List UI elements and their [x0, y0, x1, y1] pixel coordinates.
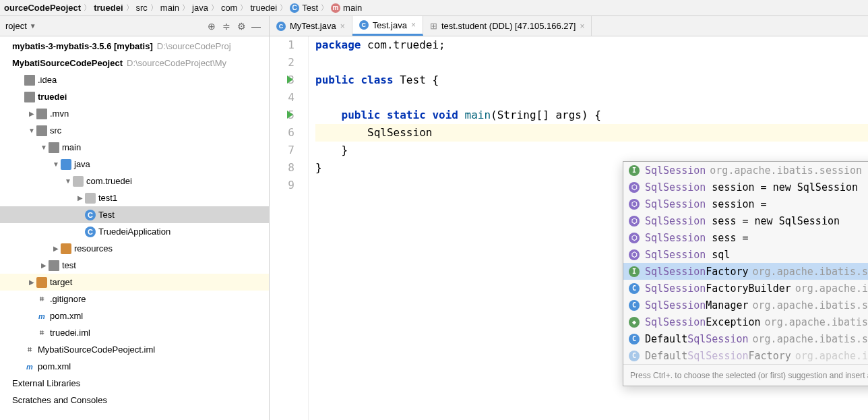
tree-item[interactable]: ⌗.gitignore: [0, 291, 269, 307]
completion-kind-icon: ⬡: [629, 233, 640, 243]
code-line[interactable]: public static void main(String[] args) {: [315, 107, 868, 124]
breadcrumb-item[interactable]: main: [343, 3, 362, 13]
tree-item[interactable]: ▶.mvn: [0, 105, 269, 122]
breadcrumb-item[interactable]: ourceCodePeoject: [4, 3, 81, 13]
chevron-right-icon: 〉: [211, 3, 218, 13]
completion-popup[interactable]: ISqlSessionorg.apache.ibatis.session⬡Sql…: [623, 161, 868, 386]
tree-item[interactable]: ⌗truedei.iml: [0, 324, 269, 341]
completion-item[interactable]: ⬡SqlSession sess = new SqlSessiontabnine: [623, 212, 868, 229]
tree-twisty-icon[interactable]: ▶: [27, 110, 36, 117]
tree-twisty-icon[interactable]: ▼: [27, 127, 36, 134]
editor-tab[interactable]: CTest.java×: [352, 16, 423, 36]
code-line[interactable]: SqlSession: [315, 124, 868, 142]
completion-kind-icon: ⬡: [629, 199, 640, 210]
tree-twisty-icon[interactable]: ▶: [75, 194, 85, 202]
tree-item[interactable]: ▼java: [0, 156, 269, 173]
tree-item[interactable]: ▶resources: [0, 240, 269, 257]
tree-twisty-icon[interactable]: ▶: [39, 262, 49, 269]
tree-item[interactable]: CTruedeiApplication: [0, 223, 269, 240]
completion-item[interactable]: ◆SqlSessionExceptionorg.apache.ibatis.se…: [623, 313, 868, 330]
tree-item[interactable]: mybatis-3-mybatis-3.5.6 [mybatis]D:\sour…: [0, 38, 269, 55]
pkg-icon: [73, 176, 84, 187]
completion-item[interactable]: CSqlSessionFactoryBuilderorg.apache.ibat…: [623, 280, 868, 297]
tree-item[interactable]: .idea: [0, 71, 269, 88]
completion-item[interactable]: ⬡SqlSession session =tabnine: [623, 196, 868, 212]
completion-item[interactable]: CDefaultSqlSessionorg.apache.ibatis.sess…: [623, 330, 868, 347]
code-line[interactable]: package com.truedei;: [315, 36, 868, 54]
breadcrumb-item[interactable]: java: [192, 3, 208, 13]
completion-item[interactable]: ISqlSessionFactoryorg.apache.ibatis.sess…: [623, 263, 868, 280]
breadcrumb-item[interactable]: main: [160, 3, 179, 13]
locate-icon[interactable]: ⊕: [204, 19, 219, 34]
completion-item[interactable]: CDefaultSqlSessionFactoryorg.apache.ibat…: [623, 347, 868, 364]
tree-item[interactable]: ⌗MybatiSourceCodePeoject.iml: [0, 341, 269, 358]
tree-item[interactable]: External Libraries: [0, 375, 269, 392]
tree-item[interactable]: Scratches and Consoles: [0, 392, 269, 409]
code-line[interactable]: [315, 89, 868, 107]
completion-kind-icon: ⬡: [629, 182, 640, 193]
breadcrumb-item[interactable]: com: [221, 3, 238, 13]
editor-tab[interactable]: CMyTest.java×: [270, 16, 352, 36]
completion-item[interactable]: ISqlSessionorg.apache.ibatis.session: [623, 162, 868, 179]
completion-item[interactable]: CSqlSessionManagerorg.apache.ibatis.sess…: [623, 297, 868, 313]
tree-item[interactable]: ▶target: [0, 274, 269, 291]
gutter-line: 4: [270, 89, 294, 107]
tab-label: Test.java: [373, 20, 407, 30]
folder-icon: [36, 109, 47, 119]
breadcrumb-item[interactable]: src: [136, 3, 148, 13]
run-icon[interactable]: [287, 76, 293, 84]
tree-item[interactable]: ▼src: [0, 122, 269, 139]
collapse-icon[interactable]: ≑: [219, 19, 234, 34]
completion-text: SqlSessionorg.apache.ibatis.session: [645, 164, 868, 177]
tree-hint: D:\sourceCodeProject\My: [127, 58, 226, 68]
completion-text: SqlSession session = new SqlSession: [645, 181, 868, 193]
chevron-down-icon[interactable]: ▼: [30, 22, 36, 30]
close-icon[interactable]: ×: [411, 20, 416, 30]
completion-text: DefaultSqlSessionFactoryorg.apache.ibati…: [645, 350, 868, 362]
tree-twisty-icon[interactable]: ▼: [51, 160, 61, 168]
chevron-right-icon: 〉: [150, 3, 158, 13]
tree-twisty-icon[interactable]: ▶: [27, 278, 36, 286]
close-icon[interactable]: ×: [340, 22, 345, 31]
hide-icon[interactable]: —: [249, 19, 264, 34]
chevron-right-icon: 〉: [182, 3, 189, 13]
code-line[interactable]: [315, 54, 868, 71]
tree-twisty-icon[interactable]: ▶: [51, 245, 61, 252]
tree-item[interactable]: MybatiSourceCodePeojectD:\sourceCodeProj…: [0, 55, 269, 71]
gear-icon[interactable]: ⚙: [234, 19, 249, 34]
tree-item[interactable]: ▶test: [0, 257, 269, 274]
chevron-right-icon: 〉: [84, 3, 91, 13]
close-icon[interactable]: ×: [580, 22, 584, 31]
code-line[interactable]: }: [315, 142, 868, 159]
class-icon: C: [85, 210, 96, 220]
folder-or-icon: [61, 243, 71, 254]
code-line[interactable]: public class Test {: [315, 71, 868, 89]
tree-item[interactable]: mpom.xml: [0, 358, 269, 375]
breadcrumb-item[interactable]: Test: [302, 3, 318, 13]
tree-item[interactable]: ▼main: [0, 139, 269, 156]
tree-item[interactable]: ▶test1: [0, 189, 269, 206]
completion-item[interactable]: ⬡SqlSession sqltabnine: [623, 246, 868, 263]
tree-item[interactable]: mpom.xml: [0, 307, 269, 324]
breadcrumb-item[interactable]: truedei: [250, 3, 277, 13]
tree-item[interactable]: truedei: [0, 88, 269, 105]
project-title: roject: [5, 21, 27, 31]
tree-label: Scratches and Consoles: [12, 395, 107, 405]
completion-text: SqlSessionExceptionorg.apache.ibatis.ses…: [645, 316, 868, 328]
tree-label: test: [62, 260, 76, 270]
tree-item[interactable]: ▼com.truedei: [0, 173, 269, 189]
run-icon[interactable]: [287, 111, 293, 119]
project-tree[interactable]: mybatis-3-mybatis-3.5.6 [mybatis]D:\sour…: [0, 36, 269, 420]
tree-item[interactable]: CTest: [0, 206, 269, 223]
tree-twisty-icon[interactable]: ▼: [39, 144, 49, 151]
breadcrumb-item[interactable]: truedei: [94, 3, 123, 13]
completion-item[interactable]: ⬡SqlSession sess =tabnine: [623, 229, 868, 246]
ifile-icon: ⌗: [36, 328, 47, 338]
tree-twisty-icon[interactable]: ▼: [63, 177, 73, 185]
editor-tab[interactable]: ⊞test.student (DDL) [47.105.166.27]×: [423, 16, 592, 36]
completion-kind-icon: C: [629, 351, 640, 361]
completion-item[interactable]: ⬡SqlSession session = new SqlSessiontabn…: [623, 179, 868, 196]
folder-blue-icon: [61, 159, 71, 170]
completion-kind-icon: I: [629, 165, 640, 176]
tree-label: .idea: [38, 75, 57, 85]
